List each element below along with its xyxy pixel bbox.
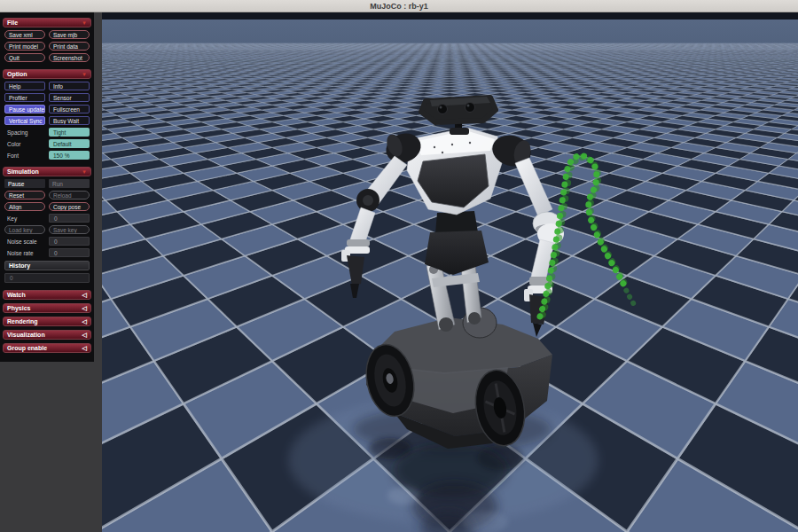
print-model-button[interactable]: Print model [4, 42, 45, 51]
ui-panel: File ▼ Save xml Save mjb Print model Pri… [0, 12, 94, 362]
key-label: Key [4, 214, 45, 223]
history-bar: History [4, 261, 90, 270]
pause-update-toggle[interactable]: Pause update [4, 105, 45, 113]
align-button[interactable]: Align [4, 202, 45, 211]
reset-button[interactable]: Reset [4, 191, 45, 200]
print-data-button[interactable]: Print data [49, 42, 90, 51]
section-title: Group enable [7, 345, 47, 351]
section-header-group-enable[interactable]: Group enable ◁ [3, 343, 91, 353]
collapse-triangle-icon[interactable]: ▼ [82, 72, 87, 77]
section-header-visualization[interactable]: Visualization ◁ [3, 330, 91, 340]
spacing-select[interactable]: Tight [49, 128, 90, 137]
pause-radio[interactable]: Pause [4, 179, 45, 188]
section-simulation: Simulation ▼ Pause Run Reset Reload Alig… [3, 167, 91, 283]
load-key-button[interactable]: Load key [4, 225, 45, 234]
history-slider[interactable]: 0 [4, 273, 90, 283]
section-header-physics[interactable]: Physics ◁ [3, 303, 91, 313]
busy-wait-toggle[interactable]: Busy Wait [49, 116, 90, 125]
screenshot-button[interactable]: Screenshot [49, 53, 90, 62]
window-title: MuJoCo : rb-y1 [370, 2, 428, 11]
vertical-sync-toggle[interactable]: Vertical Sync [4, 116, 45, 125]
copy-pose-button[interactable]: Copy pose [49, 202, 90, 211]
expand-triangle-icon[interactable]: ◁ [82, 332, 87, 339]
section-title: Option [7, 71, 27, 77]
section-file: File ▼ Save xml Save mjb Print model Pri… [3, 18, 91, 62]
font-select[interactable]: 150 % [49, 151, 90, 160]
collapse-triangle-icon[interactable]: ▼ [82, 169, 87, 175]
noise-rate-field[interactable]: 0 [49, 248, 90, 257]
section-header-simulation[interactable]: Simulation ▼ [3, 167, 91, 176]
quit-button[interactable]: Quit [4, 53, 45, 62]
save-mjb-button[interactable]: Save mjb [49, 30, 90, 39]
spacing-label: Spacing [4, 128, 45, 137]
section-header-file[interactable]: File ▼ [3, 18, 91, 27]
3d-viewport[interactable] [102, 12, 798, 532]
sensor-toggle[interactable]: Sensor [49, 93, 90, 102]
section-header-option[interactable]: Option ▼ [3, 69, 91, 79]
color-label: Color [4, 139, 45, 148]
section-title: Watch [7, 292, 26, 298]
sky-band [102, 12, 798, 20]
section-title: File [7, 20, 18, 26]
section-header-rendering[interactable]: Rendering ◁ [3, 317, 91, 326]
key-field[interactable]: 0 [49, 214, 90, 223]
save-xml-button[interactable]: Save xml [4, 30, 45, 39]
color-select[interactable]: Default [49, 139, 90, 148]
run-radio[interactable]: Run [49, 179, 90, 188]
section-header-watch[interactable]: Watch ◁ [3, 290, 91, 300]
font-label: Font [4, 151, 45, 160]
noise-scale-label: Noise scale [4, 237, 45, 246]
profiler-toggle[interactable]: Profiler [4, 93, 45, 102]
save-key-button[interactable]: Save key [49, 225, 90, 234]
noise-rate-label: Noise rate [4, 248, 45, 257]
fullscreen-toggle[interactable]: Fullscreen [49, 105, 90, 113]
expand-triangle-icon[interactable]: ◁ [82, 345, 87, 352]
section-option: Option ▼ Help Info Profiler Sensor Pause… [3, 69, 91, 160]
section-title: Visualization [7, 332, 45, 338]
help-toggle[interactable]: Help [4, 82, 45, 90]
section-title: Physics [7, 305, 30, 311]
expand-triangle-icon[interactable]: ◁ [82, 292, 87, 299]
scene-svg [102, 12, 798, 532]
section-title: Simulation [7, 168, 39, 175]
info-toggle[interactable]: Info [49, 82, 90, 90]
window-titlebar[interactable]: MuJoCo : rb-y1 [0, 0, 798, 12]
expand-triangle-icon[interactable]: ◁ [82, 318, 87, 325]
noise-scale-field[interactable]: 0 [49, 237, 90, 246]
reload-button[interactable]: Reload [49, 191, 90, 200]
collapse-triangle-icon[interactable]: ▼ [82, 20, 87, 26]
section-title: Rendering [7, 318, 38, 325]
expand-triangle-icon[interactable]: ◁ [82, 305, 87, 312]
